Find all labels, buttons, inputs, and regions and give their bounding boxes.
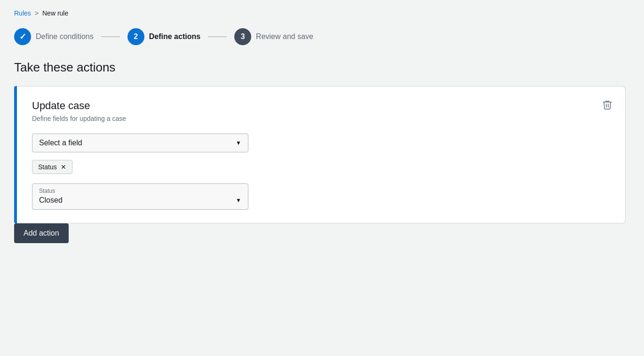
breadcrumb: Rules > New rule [14,9,630,17]
action-card-title: Update case [32,100,610,112]
step-2: 2 Define actions [127,28,200,45]
status-dropdown-value: Closed [39,196,63,205]
add-action-button[interactable]: Add action [14,223,69,243]
breadcrumb-link-rules[interactable]: Rules [14,9,31,17]
status-tag: Status ✕ [32,160,72,174]
chevron-down-icon: ▼ [236,140,241,146]
step-2-label: Define actions [149,32,200,41]
status-dropdown-row: Closed ▼ [39,196,241,205]
tag-close-button[interactable]: ✕ [61,164,66,170]
action-card-wrapper: Update case Define fields for updating a… [14,86,626,223]
step-3-circle: 3 [234,28,251,45]
step-2-circle: 2 [127,28,144,45]
action-card: Update case Define fields for updating a… [17,86,626,223]
step-3-label: Review and save [256,32,313,41]
step-1-label: Define conditions [36,32,94,41]
step-connector-1 [101,36,120,37]
step-1: ✓ Define conditions [14,28,94,45]
section-title: Take these actions [14,60,630,75]
check-icon: ✓ [19,32,26,42]
status-dropdown-label: Status [39,188,241,194]
status-chevron-down-icon: ▼ [236,197,241,204]
breadcrumb-separator: > [35,9,39,17]
step-1-circle: ✓ [14,28,31,45]
select-field-label: Select a field [39,139,82,147]
tag-label: Status [38,163,57,171]
trash-icon [603,100,612,110]
step-3: 3 Review and save [234,28,313,45]
step-connector-2 [208,36,227,37]
step-2-number: 2 [134,32,138,41]
tags-row: Status ✕ [32,160,610,174]
stepper: ✓ Define conditions 2 Define actions 3 R… [14,28,630,45]
action-card-subtitle: Define fields for updating a case [32,115,610,122]
breadcrumb-current: New rule [42,9,68,17]
page-container: Rules > New rule ✓ Define conditions 2 D… [0,0,644,253]
select-field-dropdown[interactable]: Select a field ▼ [32,134,248,152]
status-dropdown[interactable]: Status Closed ▼ [32,183,248,210]
delete-button[interactable] [601,98,614,113]
step-3-number: 3 [241,32,245,41]
